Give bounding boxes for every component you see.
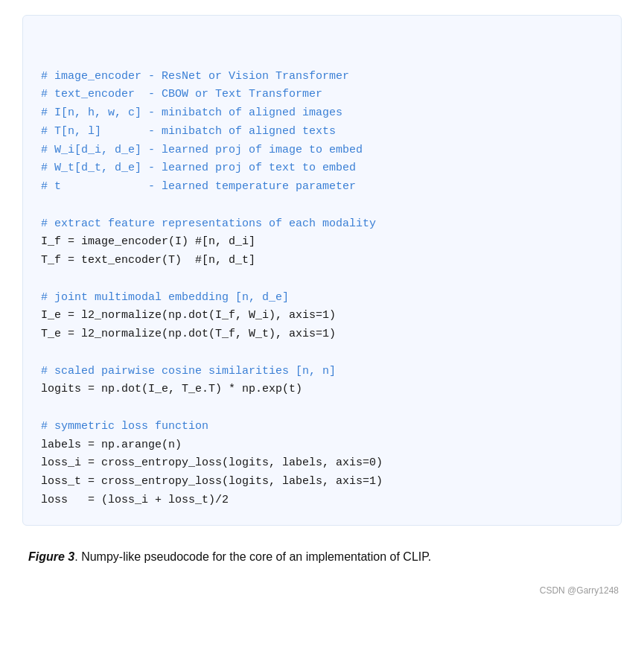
code-line: # W_i[d_i, d_e] - learned proj of image …: [41, 141, 603, 160]
code-line: labels = np.arange(n): [41, 436, 603, 455]
code-line: [41, 197, 603, 215]
code-line: I_e = l2_normalize(np.dot(I_f, W_i), axi…: [41, 307, 603, 325]
code-line: # I[n, h, w, c] - minibatch of aligned i…: [41, 104, 603, 123]
code-line: I_f = image_encoder(I) #[n, d_i]: [41, 233, 603, 252]
code-line: # extract feature representations of eac…: [41, 215, 603, 234]
page-container: # image_encoder - ResNet or Vision Trans…: [0, 0, 644, 662]
caption-block: Figure 3. Numpy-like pseudocode for the …: [22, 544, 622, 574]
code-line: # t - learned temperature parameter: [41, 178, 603, 197]
code-line: # joint multimodal embedding [n, d_e]: [41, 289, 603, 308]
watermark-text: CSDN @Garry1248: [540, 585, 619, 596]
code-line: # W_t[d_t, d_e] - learned proj of text t…: [41, 159, 603, 178]
code-line: loss = (loss_i + loss_t)/2: [41, 491, 603, 510]
caption-body: . Numpy-like pseudocode for the core of …: [74, 550, 431, 563]
figure-label: Figure 3: [28, 550, 74, 563]
code-line: [41, 344, 603, 363]
code-line: loss_i = cross_entropy_loss(logits, labe…: [41, 454, 603, 473]
code-line: # symmetric loss function: [41, 418, 603, 436]
code-line: # T[n, l] - minibatch of aligned texts: [41, 123, 603, 141]
watermark: CSDN @Garry1248: [22, 585, 622, 596]
caption-text: Figure 3. Numpy-like pseudocode for the …: [28, 548, 616, 567]
code-line: logits = np.dot(I_e, T_e.T) * np.exp(t): [41, 381, 603, 399]
code-line: # image_encoder - ResNet or Vision Trans…: [41, 68, 603, 86]
code-line: T_f = text_encoder(T) #[n, d_t]: [41, 252, 603, 270]
code-line: T_e = l2_normalize(np.dot(T_f, W_t), axi…: [41, 325, 603, 344]
code-line: # text_encoder - CBOW or Text Transforme…: [41, 86, 603, 104]
code-line: [41, 270, 603, 289]
code-line: loss_t = cross_entropy_loss(logits, labe…: [41, 473, 603, 491]
code-line: [41, 399, 603, 418]
code-line: # scaled pairwise cosine similarities [n…: [41, 363, 603, 381]
code-block: # image_encoder - ResNet or Vision Trans…: [22, 15, 622, 526]
